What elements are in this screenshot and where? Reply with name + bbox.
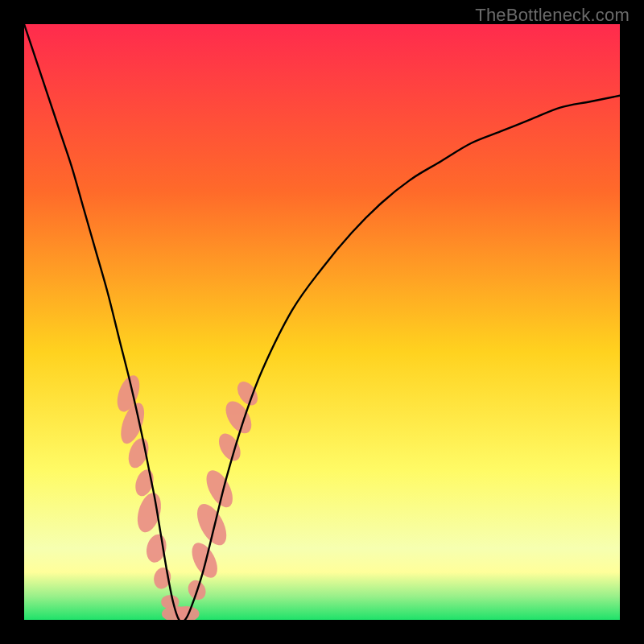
curve-marker: [187, 539, 222, 582]
watermark-text: TheBottleneck.com: [475, 5, 630, 26]
curve-marker: [214, 430, 245, 464]
plot-area: [24, 24, 620, 620]
marker-layer: [113, 372, 262, 620]
chart-svg: [24, 24, 620, 620]
bottleneck-curve: [24, 24, 620, 620]
outer-frame: TheBottleneck.com: [0, 0, 644, 644]
